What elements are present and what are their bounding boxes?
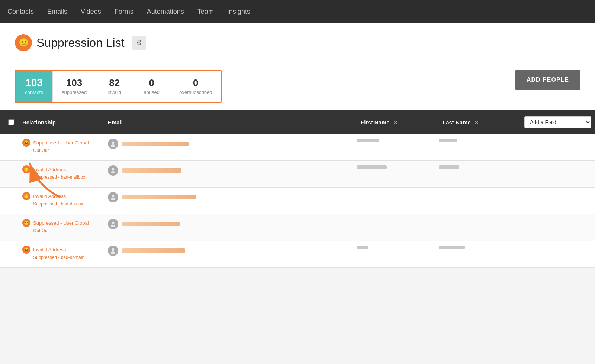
stat-abused[interactable]: 0 abused <box>133 71 170 102</box>
row-email <box>104 192 353 202</box>
email-blurred <box>122 168 181 173</box>
stat-invalid-label: invalid <box>107 90 121 95</box>
nav-videos[interactable]: Videos <box>81 8 101 16</box>
rel-title: Invalid Address <box>33 194 66 199</box>
table-row: 😐 Invalid Address Suppressed - bad-domai… <box>0 188 595 214</box>
row-avatar <box>108 165 118 176</box>
nav-insights[interactable]: Insights <box>227 8 250 16</box>
page-title: Suppression List <box>36 36 125 50</box>
rel-icon: 😐 <box>22 192 30 200</box>
email-blurred <box>122 222 180 226</box>
rel-sub: Opt Out <box>22 148 100 153</box>
rel-title: Invalid Address <box>33 167 66 172</box>
svg-point-5 <box>111 198 115 200</box>
stat-contacts-number: 103 <box>25 77 44 89</box>
rel-icon: 😐 <box>22 219 30 227</box>
nav-forms[interactable]: Forms <box>115 8 134 16</box>
top-nav: Contacts Emails Videos Forms Automations… <box>0 0 595 23</box>
col-header-lastname: Last Name ✕ <box>439 113 521 131</box>
rel-icon: 😐 <box>22 139 30 147</box>
header-checkbox-cell[interactable] <box>4 119 19 125</box>
row-checkbox-cell[interactable] <box>4 139 19 139</box>
stats-container: 103 contacts 103 suppressed 82 invalid 0… <box>15 70 222 103</box>
nav-automations[interactable]: Automations <box>147 8 184 16</box>
rel-sub: Suppressed - bad-domain <box>22 201 100 207</box>
rel-icon: 😐 <box>22 246 30 254</box>
nav-emails[interactable]: Emails <box>47 8 67 16</box>
svg-point-0 <box>112 142 115 144</box>
row-avatar <box>108 192 118 202</box>
nav-team[interactable]: Team <box>197 8 214 16</box>
rel-sub: Suppressed - bad-domain <box>22 255 100 260</box>
svg-point-8 <box>112 248 115 251</box>
table-row: 😐 Suppressed - User Global Opt Out <box>0 214 595 241</box>
row-email <box>104 219 353 229</box>
stat-oversubscribed-label: oversubscribed <box>179 90 212 95</box>
row-checkbox-cell[interactable] <box>4 219 19 220</box>
stat-invalid[interactable]: 82 invalid <box>96 71 133 102</box>
svg-point-1 <box>111 144 115 147</box>
stat-suppressed-number: 103 <box>62 77 87 89</box>
stat-invalid-number: 82 <box>105 77 124 89</box>
lastname-blurred <box>439 139 457 142</box>
add-field-select[interactable]: Add a Field <box>524 116 591 128</box>
stat-contacts[interactable]: 103 contacts <box>16 71 53 102</box>
rel-icon: 😐 <box>22 165 30 173</box>
close-lastname-icon[interactable]: ✕ <box>475 120 479 126</box>
row-firstname <box>353 246 435 249</box>
row-avatar <box>108 219 118 229</box>
row-checkbox-cell[interactable] <box>4 165 19 166</box>
close-firstname-icon[interactable]: ✕ <box>393 120 398 126</box>
add-people-button[interactable]: ADD PEOPLE <box>515 70 580 90</box>
row-checkbox-cell[interactable] <box>4 192 19 193</box>
svg-point-3 <box>111 171 115 173</box>
page-header-left: 😐 Suppression List ⚙ <box>15 34 580 51</box>
select-all-checkbox[interactable] <box>8 119 14 125</box>
row-email <box>104 246 353 256</box>
email-blurred <box>122 142 189 146</box>
row-checkbox-cell[interactable] <box>4 246 19 246</box>
row-firstname <box>353 139 435 142</box>
row-lastname <box>435 139 517 142</box>
lastname-blurred <box>439 165 459 169</box>
rel-title: Suppressed - User Global <box>33 220 89 226</box>
rel-sub: Suppressed - bad-mailbox <box>22 175 100 180</box>
stat-oversubscribed[interactable]: 0 oversubscribed <box>170 71 221 102</box>
svg-point-7 <box>111 225 115 227</box>
row-avatar <box>108 139 118 149</box>
table-row: 😐 Invalid Address Suppressed - bad-mailb… <box>0 161 595 188</box>
row-avatar <box>108 246 118 256</box>
svg-point-2 <box>112 168 115 171</box>
col-header-relationship: Relationship <box>19 113 104 131</box>
table-body: 😐 Suppressed - User Global Opt Out 😐 Inv… <box>0 134 595 268</box>
page-header: 😐 Suppression List ⚙ <box>15 34 580 51</box>
row-email <box>104 165 353 176</box>
settings-button[interactable]: ⚙ <box>132 36 146 50</box>
stat-suppressed-label: suppressed <box>62 90 87 95</box>
lastname-blurred <box>439 246 465 249</box>
table-row: 😐 Invalid Address Suppressed - bad-domai… <box>0 241 595 268</box>
col-header-email: Email <box>104 113 357 131</box>
col-header-addfield[interactable]: Add a Field <box>521 110 595 134</box>
rel-sub: Opt Out <box>22 228 100 233</box>
table-row: 😐 Suppressed - User Global Opt Out <box>0 134 595 161</box>
row-relationship: 😐 Invalid Address Suppressed - bad-domai… <box>19 246 104 260</box>
row-relationship: 😐 Suppressed - User Global Opt Out <box>19 219 104 233</box>
row-lastname <box>435 246 517 249</box>
stats-add-row: 103 contacts 103 suppressed 82 invalid 0… <box>0 66 595 110</box>
email-blurred <box>122 195 196 199</box>
row-relationship: 😐 Invalid Address Suppressed - bad-domai… <box>19 192 104 207</box>
stat-contacts-label: contacts <box>25 90 43 95</box>
col-header-firstname: First Name ✕ <box>357 113 439 131</box>
stat-abused-label: abused <box>144 90 160 95</box>
svg-point-6 <box>112 222 115 224</box>
nav-contacts[interactable]: Contacts <box>7 8 34 16</box>
svg-point-4 <box>112 195 115 198</box>
row-email <box>104 139 353 149</box>
stat-oversubscribed-number: 0 <box>179 77 212 89</box>
table-header: Relationship Email First Name ✕ Last Nam… <box>0 110 595 134</box>
firstname-blurred <box>357 165 387 169</box>
row-relationship: 😐 Suppressed - User Global Opt Out <box>19 139 104 153</box>
row-firstname <box>353 165 435 169</box>
stat-suppressed[interactable]: 103 suppressed <box>53 71 96 102</box>
